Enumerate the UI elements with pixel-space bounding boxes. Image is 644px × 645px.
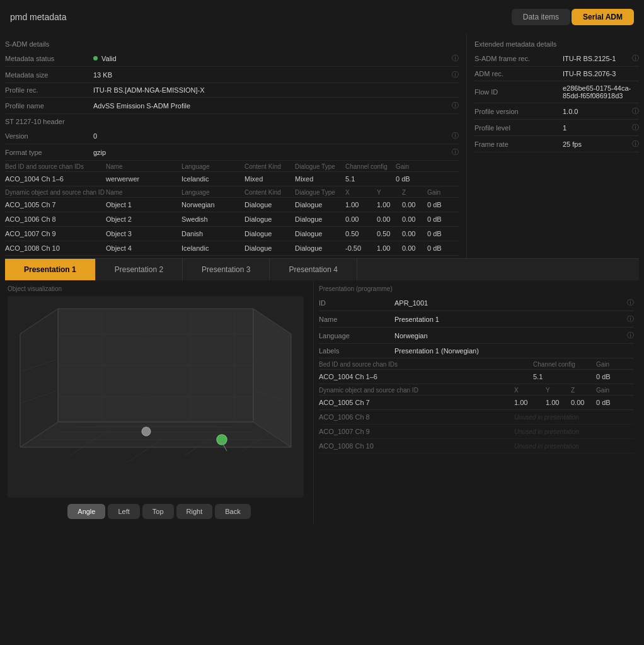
angle-button-back[interactable]: Back (215, 504, 250, 519)
angle-button-right[interactable]: Right (176, 504, 213, 519)
format-type-label: Format type (5, 149, 93, 156)
format-type-row: Format type gzip ⓘ (5, 144, 459, 161)
tab-serial-adm[interactable]: Serial ADM (572, 9, 634, 25)
viz-label: Object visualization (8, 283, 311, 296)
flow-id-row: Flow ID e286be65-0175-44ca-85dd-f65f0869… (474, 81, 639, 103)
bed-col-name: Name (106, 163, 181, 170)
bed-row-dialogue: Mixed (295, 175, 345, 183)
metadata-size-row: Metadata size 13 KB ⓘ (5, 67, 459, 83)
version-row: Version 0 ⓘ (5, 128, 459, 144)
bed-table-header: Bed ID and source chan IDs Name Language… (5, 161, 459, 172)
sadm-frame-row: S-ADM frame rec. ITU-R BS.2125-1 ⓘ (474, 50, 639, 67)
adm-rec-value: ITU-R BS.2076-3 (563, 70, 639, 77)
obj-row-4: ACO_1008 Ch 10 Object 4 Icelandic Dialog… (5, 241, 459, 256)
profile-level-label: Profile level (474, 124, 563, 132)
version-label: Version (5, 132, 93, 140)
pres-obj-row-4: ACO_1008 Ch 10 Unused in presentation (319, 439, 634, 454)
pres-section-label: Presentation (programme) (319, 283, 634, 295)
profile-version-icon: ⓘ (632, 106, 639, 116)
st2127-section-header: ST 2127-10 header (5, 114, 459, 128)
bottom-section: Object visualization (5, 280, 639, 524)
pres-tab-2[interactable]: Presentation 2 (96, 259, 183, 280)
version-value: 0 (93, 132, 449, 140)
obj-row-3: ACO_1007 Ch 9 Object 3 Danish Dialogue D… (5, 227, 459, 241)
pres-bed-row-1: ACO_1004 Ch 1–6 5.1 0 dB (319, 370, 634, 384)
metadata-size-label: Metadata size (5, 71, 93, 79)
extended-section-header: Extended metadata details (474, 37, 639, 50)
frame-rate-row: Frame rate 25 fps ⓘ (474, 136, 639, 152)
pres-labels-label: Labels (319, 347, 394, 355)
profile-rec-value: ITU-R BS.[ADM-NGA-EMISSION]-X (93, 86, 459, 94)
pres-name-row: Name Presentation 1 ⓘ (319, 311, 634, 328)
pres-name-icon: ⓘ (627, 314, 634, 324)
profile-rec-row: Profile rec. ITU-R BS.[ADM-NGA-EMISSION]… (5, 83, 459, 98)
pres-obj-col-gain: Gain (596, 387, 634, 394)
pres-labels-value: Presentation 1 (Norwegian) (394, 347, 634, 355)
profile-version-label: Profile version (474, 108, 563, 115)
viz-svg (8, 296, 304, 498)
sadm-frame-value: ITU-R BS.2125-1 (563, 55, 630, 62)
pres-lang-icon: ⓘ (627, 331, 634, 340)
pres-name-label: Name (319, 316, 394, 323)
pres-obj-col-y: Y (546, 387, 571, 394)
angle-button-angle[interactable]: Angle (67, 504, 105, 519)
pres-tab-3[interactable]: Presentation 3 (183, 259, 270, 280)
profile-name-icon: ⓘ (452, 101, 459, 110)
angle-button-top[interactable]: Top (142, 504, 174, 519)
pres-id-label: ID (319, 299, 394, 307)
bed-col-dialogue: Dialogue Type (295, 163, 345, 170)
obj-col-content: Content Kind (244, 189, 295, 196)
metadata-status-label: Metadata status (5, 55, 93, 62)
bed-row-gain: 0 dB (396, 175, 427, 183)
sadm-section-header: S-ADM details (5, 37, 459, 50)
profile-rec-label: Profile rec. (5, 86, 93, 94)
bed-col-id: Bed ID and source chan IDs (5, 163, 106, 170)
adm-rec-label: ADM rec. (474, 70, 563, 77)
profile-level-row: Profile level 1 ⓘ (474, 120, 639, 136)
pres-obj-col-id: Dynamic object and source chan ID (319, 387, 514, 394)
angle-button-left[interactable]: Left (108, 504, 139, 519)
bed-row-channel: 5.1 (345, 175, 396, 183)
angle-bar: Angle Left Top Right Back (8, 498, 311, 522)
sadm-panel: S-ADM details Metadata status Valid ⓘ Me… (0, 34, 464, 258)
obj-col-y: Y (377, 189, 402, 196)
obj-col-name: Name (106, 189, 181, 196)
profile-name-row: Profile name AdvSS Emission S-ADM Profil… (5, 98, 459, 114)
pres-id-value: APR_1001 (394, 299, 627, 307)
extended-panel: Extended metadata details S-ADM frame re… (469, 34, 644, 258)
obj-col-z: Z (402, 189, 427, 196)
metadata-status-row: Metadata status Valid ⓘ (5, 50, 459, 67)
bed-col-gain: Gain (396, 163, 427, 170)
profile-level-icon: ⓘ (632, 123, 639, 132)
bed-row-lang: Icelandic (181, 175, 244, 183)
bed-row-content: Mixed (244, 175, 295, 183)
profile-name-label: Profile name (5, 102, 93, 110)
bed-row-id: ACO_1004 Ch 1–6 (5, 175, 106, 183)
pres-tab-4[interactable]: Presentation 4 (270, 259, 357, 280)
panel-divider (466, 34, 467, 258)
pres-obj-col-z: Z (571, 387, 596, 394)
main-tab-bar: Data items Serial ADM (512, 9, 634, 25)
metadata-size-icon: ⓘ (452, 70, 459, 79)
tab-data-items[interactable]: Data items (512, 9, 570, 25)
header: pmd metadata Data items Serial ADM (0, 0, 644, 34)
bed-row-name: werwerwer (106, 175, 181, 183)
flow-id-value: e286be65-0175-44ca-85dd-f65f086918d3 (563, 84, 639, 100)
metadata-size-value: 13 KB (93, 71, 449, 79)
pres-obj-table-header: Dynamic object and source chan ID X Y Z … (319, 384, 634, 396)
app-title: pmd metadata (10, 12, 67, 22)
top-panels: S-ADM details Metadata status Valid ⓘ Me… (0, 34, 644, 258)
frame-rate-value: 25 fps (563, 140, 630, 148)
profile-level-value: 1 (563, 124, 630, 132)
metadata-status-icon: ⓘ (452, 54, 459, 63)
svg-point-26 (142, 427, 151, 436)
bed-col-lang: Language (181, 163, 244, 170)
flow-id-label: Flow ID (474, 88, 563, 96)
pres-obj-row-2: ACO_1006 Ch 8 Unused in presentation (319, 410, 634, 425)
format-type-value: gzip (93, 149, 449, 156)
pres-tab-1[interactable]: Presentation 1 (5, 259, 96, 280)
obj-col-dialogue: Dialogue Type (295, 189, 345, 196)
viz-panel: Object visualization (5, 280, 314, 524)
pres-id-icon: ⓘ (627, 298, 634, 307)
frame-rate-icon: ⓘ (632, 139, 639, 149)
